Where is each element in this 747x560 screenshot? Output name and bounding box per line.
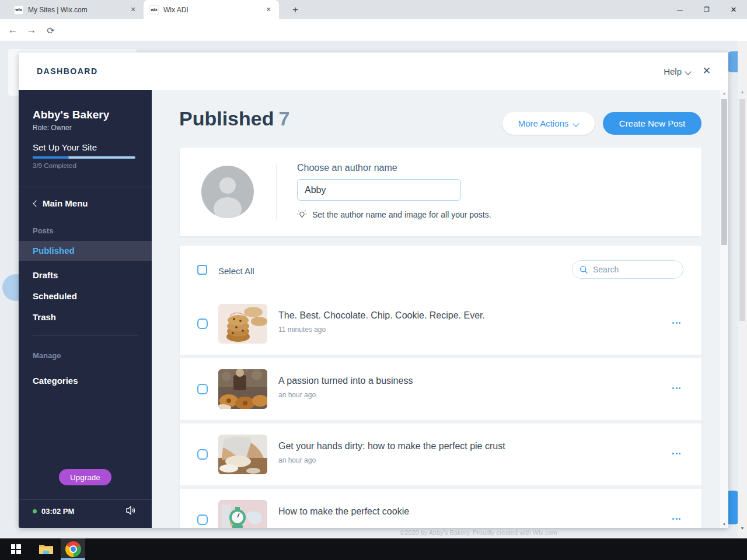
dashboard-sidebar: Abby's Bakery Role: Owner Set Up Your Si… <box>19 90 152 528</box>
start-button[interactable] <box>2 538 29 560</box>
tab-title: Wix ADI <box>163 6 259 14</box>
wix-favicon-icon: wix <box>14 5 23 15</box>
post-row[interactable]: A passion turned into a business an hour… <box>180 358 701 420</box>
post-title[interactable]: The. Best. Chocolate. Chip. Cookie. Reci… <box>278 310 485 321</box>
author-card: Choose an author name Set the author nam… <box>180 148 701 236</box>
setup-progress-bar <box>33 156 135 159</box>
dashboard-scrollbar[interactable] <box>720 90 728 528</box>
post-time: 11 minutes ago <box>278 326 326 334</box>
post-time: an hour ago <box>278 456 316 464</box>
post-count: 7 <box>278 107 289 130</box>
browser-toolbar: wix.com/website/builder/?referral=split%… <box>0 19 747 41</box>
main-menu-label: Main Menu <box>43 198 88 208</box>
scroll-down-icon[interactable] <box>720 523 728 526</box>
browser-tab-strip: wix My Sites | Wix.com wix Wix ADI <box>0 0 747 19</box>
new-tab-button[interactable] <box>288 4 302 16</box>
select-all-checkbox[interactable] <box>197 265 207 275</box>
lightbulb-icon <box>297 209 307 220</box>
ellipsis-icon <box>672 322 674 324</box>
site-footer-text: ©2020 by Abby's Bakery. Proudly created … <box>327 529 630 536</box>
windows-taskbar <box>0 538 747 560</box>
page-title: Published7 <box>179 107 289 130</box>
sidebar-divider <box>19 187 152 187</box>
sidebar-item-drafts[interactable]: Drafts <box>19 265 152 285</box>
folder-icon <box>39 543 54 555</box>
dashboard-scrollbar-thumb[interactable] <box>721 99 727 245</box>
tab-title: My Sites | Wix.com <box>28 6 124 14</box>
scroll-up-icon[interactable] <box>720 92 728 95</box>
author-avatar[interactable] <box>201 166 254 218</box>
posts-list-card: Select All <box>180 246 701 528</box>
window-restore-button[interactable] <box>693 0 720 19</box>
post-title[interactable]: A passion turned into a business <box>278 376 413 386</box>
page-scrollbar-thumb[interactable] <box>739 99 745 321</box>
post-menu-button[interactable] <box>672 322 680 324</box>
post-row[interactable]: The. Best. Chocolate. Chip. Cookie. Reci… <box>180 293 701 355</box>
author-name-label: Choose an author name <box>297 163 397 173</box>
post-thumbnail-bakery[interactable] <box>218 369 267 409</box>
sidebar-item-trash[interactable]: Trash <box>19 307 152 327</box>
window-minimize-button[interactable] <box>666 0 693 19</box>
tab-close-icon[interactable] <box>264 5 273 15</box>
ellipsis-icon <box>672 518 674 520</box>
post-time: an hour ago <box>278 391 316 399</box>
post-menu-button[interactable] <box>672 518 680 520</box>
post-checkbox[interactable] <box>197 318 208 329</box>
dashboard-header: DASHBOARD Help <box>19 52 728 90</box>
main-menu-button[interactable]: Main Menu <box>33 198 88 208</box>
wix-favicon-icon: wix <box>149 5 159 15</box>
ellipsis-icon <box>672 387 674 389</box>
dashboard-close-button[interactable] <box>703 65 711 77</box>
speaker-icon[interactable] <box>126 506 137 517</box>
manage-section-label: Manage <box>33 351 61 360</box>
author-name-input[interactable] <box>297 179 461 201</box>
windows-logo-icon <box>11 544 21 554</box>
search-icon <box>580 265 588 274</box>
dashboard-title: DASHBOARD <box>37 66 98 76</box>
back-button[interactable] <box>5 22 21 38</box>
post-title[interactable]: Get your hands dirty: how to make the pe… <box>278 441 505 452</box>
search-input[interactable] <box>593 265 676 274</box>
browser-tab-wix-adi[interactable]: wix Wix ADI <box>144 0 279 19</box>
scroll-down-icon[interactable] <box>738 526 747 530</box>
create-new-post-button[interactable]: Create New Post <box>603 112 701 135</box>
post-checkbox[interactable] <box>197 449 208 460</box>
setup-progress-label: 3/9 Completed <box>33 162 76 169</box>
post-thumbnail-dough[interactable] <box>218 435 267 474</box>
sidebar-item-published[interactable]: Published <box>19 241 152 261</box>
help-button[interactable]: Help <box>664 66 691 76</box>
file-explorer-button[interactable] <box>33 538 60 560</box>
setup-title[interactable]: Set Up Your Site <box>33 142 97 152</box>
help-label: Help <box>664 66 682 76</box>
chevron-left-icon <box>33 201 37 206</box>
posts-section-label: Posts <box>33 226 53 235</box>
sidebar-item-categories[interactable]: Categories <box>19 371 152 391</box>
browser-tab-my-sites[interactable]: wix My Sites | Wix.com <box>8 0 144 19</box>
scroll-up-icon[interactable] <box>738 90 747 94</box>
upgrade-button[interactable]: Upgrade <box>59 469 111 485</box>
post-row[interactable]: Get your hands dirty: how to make the pe… <box>180 424 701 485</box>
search-box[interactable] <box>572 260 683 279</box>
post-checkbox[interactable] <box>197 514 208 525</box>
sidebar-divider <box>19 499 152 500</box>
refresh-button[interactable] <box>43 22 59 38</box>
post-title[interactable]: How to make the perfect cookie <box>278 506 409 517</box>
more-actions-button[interactable]: More Actions <box>502 112 595 135</box>
site-name: Abby's Bakery <box>33 108 109 121</box>
sidebar-item-scheduled[interactable]: Scheduled <box>19 286 152 306</box>
setup-progress-fill <box>33 156 69 159</box>
forward-button[interactable] <box>23 22 40 38</box>
page-scrollbar[interactable] <box>738 41 747 538</box>
chrome-taskbar-button[interactable] <box>61 538 85 560</box>
post-menu-button[interactable] <box>672 453 680 454</box>
chrome-icon <box>65 541 81 557</box>
tab-close-icon[interactable] <box>128 5 138 15</box>
post-thumbnail-scale[interactable] <box>218 500 267 528</box>
post-row[interactable]: How to make the perfect cookie <box>180 489 701 528</box>
post-menu-button[interactable] <box>672 387 680 389</box>
ellipsis-icon <box>672 453 674 454</box>
window-close-button[interactable] <box>720 0 747 19</box>
post-thumbnail-cookies[interactable] <box>218 304 267 344</box>
divider <box>276 165 277 219</box>
post-checkbox[interactable] <box>197 384 208 394</box>
